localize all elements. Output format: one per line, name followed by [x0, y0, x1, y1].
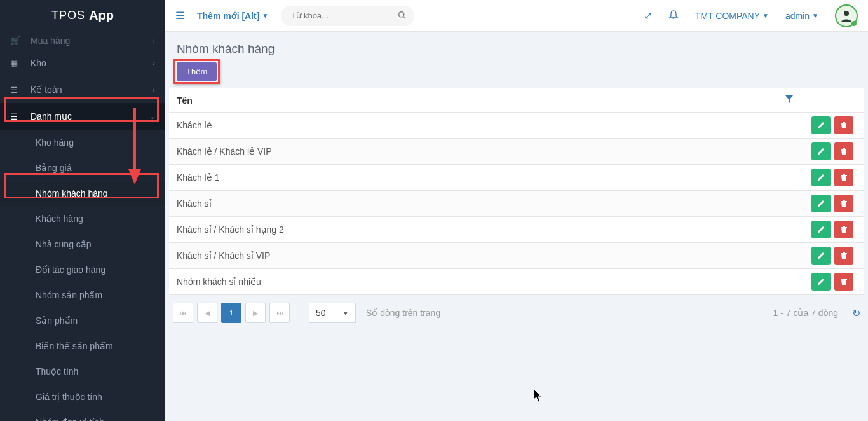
pager-prev-button[interactable]: ◀: [197, 303, 217, 323]
chevron-down-icon: ⌄: [149, 113, 155, 121]
cart-icon: 🛒: [10, 36, 31, 45]
table-row[interactable]: Khách lẻ 1: [169, 165, 864, 191]
svg-line-3: [403, 16, 405, 18]
edit-button[interactable]: [811, 169, 831, 186]
list-icon: ☰: [10, 112, 31, 121]
cell-name: Khách lẻ / Khách lẻ VIP: [169, 146, 801, 156]
delete-button[interactable]: [834, 221, 853, 238]
page-title: Nhóm khách hàng: [177, 42, 857, 56]
sidebar-sub-khachhang[interactable]: Khách hàng: [0, 206, 165, 231]
pager-info: 1 - 7 của 7 dòng: [773, 308, 838, 318]
svg-point-2: [399, 11, 404, 17]
page-header: Nhóm khách hàng Thêm: [165, 32, 868, 88]
topbar: ☰ Thêm mới [Alt] ▼ ⤢ TMT COMPANY ▼: [165, 0, 868, 32]
company-dropdown[interactable]: TMT COMPANY ▼: [695, 11, 769, 21]
user-dropdown[interactable]: admin ▼: [785, 11, 818, 21]
table-row[interactable]: Khách sỉ: [169, 191, 864, 217]
sidebar-item-kho[interactable]: ▦ Kho ›: [0, 50, 165, 76]
sidebar-sub-thuoctinh[interactable]: Thuộc tính: [0, 359, 165, 384]
delete-button[interactable]: [834, 273, 853, 291]
pager-last-button[interactable]: ⏭: [269, 303, 290, 323]
sidebar-toggle-icon[interactable]: ☰: [175, 10, 184, 22]
list-icon: ☰: [10, 85, 31, 95]
search-icon[interactable]: [398, 11, 406, 21]
delete-button[interactable]: [834, 116, 853, 134]
sidebar-sub-bienthesanpham[interactable]: Biến thể sản phẩm: [0, 333, 165, 359]
app-logo: TPOS App: [0, 0, 165, 31]
sidebar-item-muahang[interactable]: 🛒 Mua hàng ›: [0, 31, 165, 50]
edit-button[interactable]: [811, 195, 831, 212]
cell-name: Khách sỉ / Khách sỉ hạng 2: [169, 224, 801, 235]
chevron-right-icon: ›: [153, 59, 155, 67]
sidebar-sub-nhomdonvitinh[interactable]: Nhóm đơn vị tính: [0, 410, 165, 421]
caret-down-icon: ▼: [342, 310, 349, 317]
page-size-select[interactable]: 50 ▼: [309, 303, 356, 323]
pager-first-button[interactable]: ⏮: [173, 303, 193, 323]
sidebar-sub-nhomsanpham[interactable]: Nhóm sản phẩm: [0, 282, 165, 308]
pager-next-button[interactable]: ▶: [245, 303, 266, 323]
sidebar-sub-sanpham[interactable]: Sản phẩm: [0, 308, 165, 333]
pager-page-button[interactable]: 1: [221, 303, 241, 323]
cell-name: Khách lẻ: [169, 120, 801, 130]
refresh-icon[interactable]: ↻: [852, 307, 860, 319]
sidebar-sub-banggia[interactable]: Bảng giá: [0, 155, 165, 181]
table-row[interactable]: Khách lẻ / Khách lẻ VIP: [169, 139, 864, 165]
cell-name: Nhóm khách sỉ nhiều: [169, 277, 801, 287]
table-header: Tên: [169, 88, 864, 113]
sidebar-sub-giatrithuoctinh[interactable]: Giá trị thuộc tính: [0, 384, 165, 410]
data-table: Tên Khách lẻKhách lẻ / Khách lẻ VIPKhách…: [169, 88, 864, 295]
delete-button[interactable]: [834, 142, 853, 160]
sidebar-sub-doitacgiaohang[interactable]: Đối tác giao hàng: [0, 257, 165, 282]
online-status-dot: [851, 21, 857, 26]
table-row[interactable]: Nhóm khách sỉ nhiều: [169, 269, 864, 295]
table-row[interactable]: Khách lẻ: [169, 113, 864, 139]
edit-button[interactable]: [811, 247, 831, 265]
bell-icon[interactable]: [668, 10, 679, 22]
svg-point-5: [844, 11, 849, 16]
column-header-name[interactable]: Tên: [177, 95, 193, 106]
pager-label: Số dòng trên trang: [366, 308, 440, 318]
caret-down-icon: ▼: [262, 12, 268, 19]
cell-name: Khách sỉ: [169, 198, 801, 209]
delete-button[interactable]: [834, 195, 853, 212]
sidebar-sub-nhomkhachhang[interactable]: Nhóm khách hàng: [0, 181, 165, 206]
cell-name: Khách sỉ / Khách sỉ VIP: [169, 251, 801, 261]
delete-button[interactable]: [834, 247, 853, 265]
table-row[interactable]: Khách sỉ / Khách sỉ hạng 2: [169, 217, 864, 243]
filter-icon[interactable]: [785, 95, 793, 105]
search-box: [281, 6, 414, 26]
caret-down-icon: ▼: [812, 12, 818, 19]
sidebar-item-ketoan[interactable]: ☰ Kế toán ›: [0, 76, 165, 103]
edit-button[interactable]: [811, 116, 831, 134]
table-row[interactable]: Khách sỉ / Khách sỉ VIP: [169, 243, 864, 269]
sidebar: TPOS App 🛒 Mua hàng › ▦ Kho › ☰ Kế toán …: [0, 0, 165, 421]
add-button[interactable]: Thêm: [177, 62, 217, 81]
edit-button[interactable]: [811, 273, 831, 291]
search-input[interactable]: [291, 11, 398, 20]
expand-icon[interactable]: ⤢: [644, 10, 652, 22]
grid-icon: ▦: [10, 59, 31, 68]
chevron-right-icon: ›: [153, 37, 155, 45]
avatar[interactable]: [835, 4, 858, 27]
pager: ⏮ ◀ 1 ▶ ⏭ 50 ▼ Số dòng trên trang 1 - 7 …: [165, 295, 868, 331]
main-content: ☰ Thêm mới [Alt] ▼ ⤢ TMT COMPANY ▼: [165, 0, 868, 421]
cell-name: Khách lẻ 1: [169, 172, 801, 183]
delete-button[interactable]: [834, 169, 853, 186]
edit-button[interactable]: [811, 221, 831, 238]
chevron-right-icon: ›: [153, 86, 155, 93]
new-button[interactable]: Thêm mới [Alt] ▼: [197, 11, 268, 21]
sidebar-item-danhmuc[interactable]: ☰ Danh mục ⌄: [0, 103, 165, 130]
edit-button[interactable]: [811, 142, 831, 160]
sidebar-sub-nhacungcap[interactable]: Nhà cung cấp: [0, 231, 165, 257]
sidebar-sub-khohang[interactable]: Kho hàng: [0, 130, 165, 155]
caret-down-icon: ▼: [763, 12, 769, 19]
